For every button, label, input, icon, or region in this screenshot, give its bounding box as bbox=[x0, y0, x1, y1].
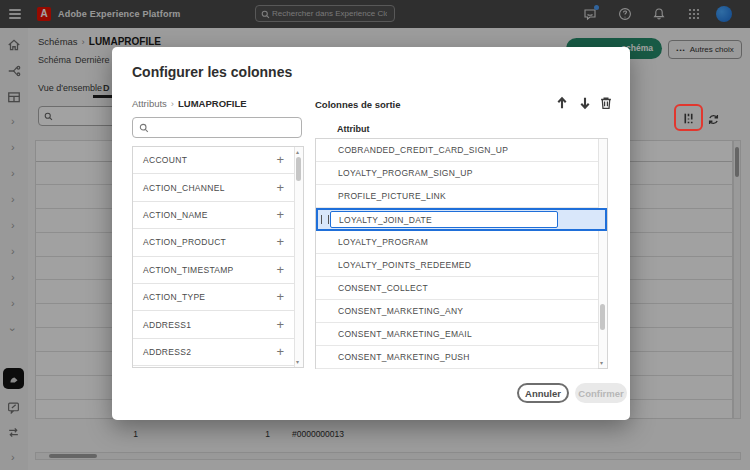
output-item[interactable]: CONSENT_MARKETING_ANY bbox=[316, 300, 598, 323]
configure-columns-dialog: Configurer les colonnes Attributs›LUMAPR… bbox=[112, 47, 630, 420]
attribute-item[interactable]: ACTION_PRODUCT+ bbox=[133, 229, 294, 256]
attributes-search-box[interactable] bbox=[132, 117, 302, 138]
add-attribute-button[interactable]: + bbox=[276, 265, 284, 275]
attributes-list: ACCOUNT+ ACTION_CHANNEL+ ACTION_NAME+ AC… bbox=[132, 146, 304, 368]
output-columns-title: Colonnes de sortie bbox=[315, 99, 401, 110]
add-attribute-button[interactable]: + bbox=[276, 347, 284, 357]
output-item[interactable]: PROFILE_PICTURE_LINK bbox=[316, 185, 598, 208]
attributes-scrollbar-thumb[interactable] bbox=[296, 157, 301, 181]
add-attribute-button[interactable]: + bbox=[276, 292, 284, 302]
output-item[interactable]: LOYALTY_POINTS_REDEEMED bbox=[316, 254, 598, 277]
breadcrumb-separator: › bbox=[171, 98, 174, 109]
delete-icon[interactable] bbox=[599, 96, 613, 110]
selected-item-box: LOYALTY_JOIN_DATE bbox=[330, 211, 558, 228]
output-item[interactable]: LOYALTY_PROGRAM_SIGN_UP bbox=[316, 162, 598, 185]
output-item[interactable]: CONSENT_COLLECT bbox=[316, 277, 598, 300]
cancel-button[interactable]: Annuler bbox=[517, 383, 569, 403]
attribute-item[interactable]: ACTION_NAME+ bbox=[133, 202, 294, 229]
output-scrollbar-thumb[interactable] bbox=[600, 304, 605, 330]
output-item[interactable]: CONSENT_MARKETING_EMAIL bbox=[316, 323, 598, 346]
scroll-down-icon[interactable]: ▾ bbox=[296, 359, 299, 365]
add-attribute-button[interactable]: + bbox=[276, 155, 284, 165]
attribute-item[interactable]: ACCOUNT+ bbox=[133, 147, 294, 174]
move-down-icon[interactable] bbox=[578, 96, 592, 110]
output-item[interactable]: CONSENT_MARKETING_PUSH bbox=[316, 346, 598, 369]
annotation-highlight-box bbox=[674, 104, 703, 131]
attribute-item[interactable]: ADDRESS2+ bbox=[133, 339, 294, 366]
output-scrollbar[interactable]: ▾ bbox=[598, 139, 607, 368]
attribute-item[interactable]: ACTION_CHANNEL+ bbox=[133, 174, 294, 201]
output-item[interactable]: COBRANDED_CREDIT_CARD_SIGN_UP bbox=[316, 139, 598, 162]
app-window: A Adobe Experience Platform bbox=[0, 0, 750, 470]
attributes-search-input[interactable] bbox=[153, 122, 287, 134]
drag-handle-icon[interactable] bbox=[321, 215, 329, 224]
output-column-header: Attribut bbox=[337, 124, 370, 134]
confirm-button: Confirmer bbox=[575, 383, 627, 403]
attributes-breadcrumb-root[interactable]: Attributs bbox=[132, 98, 167, 109]
attribute-item[interactable]: ADDRESS1+ bbox=[133, 311, 294, 338]
attribute-item[interactable]: ACTION_TYPE+ bbox=[133, 284, 294, 311]
scroll-up-icon[interactable]: ▴ bbox=[296, 149, 299, 155]
add-attribute-button[interactable]: + bbox=[276, 320, 284, 330]
move-up-icon[interactable] bbox=[555, 96, 569, 110]
add-attribute-button[interactable]: + bbox=[276, 237, 284, 247]
scroll-down-icon[interactable]: ▾ bbox=[600, 360, 603, 366]
attributes-breadcrumb-current: LUMAPROFILE bbox=[178, 98, 247, 109]
output-item[interactable]: LOYALTY_PROGRAM bbox=[316, 231, 598, 254]
output-item-selected[interactable]: LOYALTY_JOIN_DATE bbox=[316, 208, 607, 231]
dialog-title: Configurer les colonnes bbox=[132, 64, 292, 80]
search-icon bbox=[139, 123, 149, 133]
attributes-scrollbar[interactable]: ▴ ▾ bbox=[294, 147, 303, 367]
add-attribute-button[interactable]: + bbox=[276, 210, 284, 220]
attribute-item[interactable]: ACTION_TIMESTAMP+ bbox=[133, 257, 294, 284]
attributes-breadcrumb: Attributs›LUMAPROFILE bbox=[132, 98, 247, 109]
add-attribute-button[interactable]: + bbox=[276, 183, 284, 193]
output-columns-list: COBRANDED_CREDIT_CARD_SIGN_UP LOYALTY_PR… bbox=[315, 138, 608, 369]
